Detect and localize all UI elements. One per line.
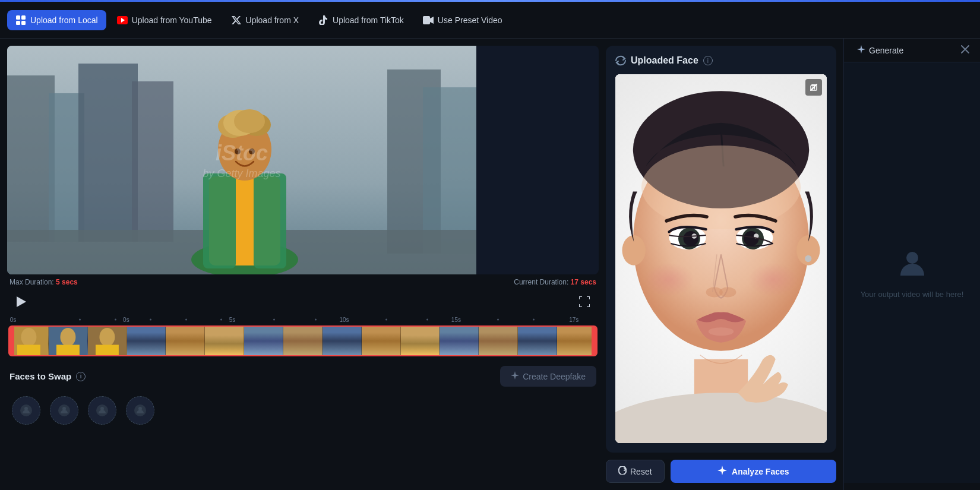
- use-preset-button[interactable]: Use Preset Video: [415, 10, 511, 30]
- svg-rect-37: [96, 344, 119, 355]
- action-buttons-row: Reset Analyze Faces: [606, 460, 836, 483]
- reset-icon: [618, 466, 627, 476]
- upload-tiktok-label: Upload from TikTok: [333, 15, 404, 25]
- svg-rect-3: [21, 21, 26, 25]
- marker-0s-left: 0s: [10, 317, 17, 323]
- marker-17s: 17s: [569, 317, 578, 323]
- duration-row: Max Duration: 5 secs Current Duration: 1…: [7, 274, 599, 290]
- svg-point-30: [21, 328, 36, 346]
- svg-point-25: [234, 109, 265, 133]
- output-placeholder-icon: [894, 247, 930, 283]
- svg-rect-0: [16, 15, 20, 20]
- face-dot-3[interactable]: [88, 396, 116, 425]
- svg-point-48: [805, 255, 811, 262]
- timeline-handle-left[interactable]: [10, 327, 14, 355]
- fullscreen-button[interactable]: [575, 292, 594, 311]
- current-duration: Current Duration: 17 secs: [514, 278, 596, 286]
- analyze-faces-button[interactable]: Analyze Faces: [671, 460, 836, 483]
- faces-swap-header: Faces to Swap i Create Deepfake: [10, 366, 596, 387]
- svg-marker-7: [430, 17, 434, 24]
- x-icon: [231, 15, 242, 26]
- timeline-strip[interactable]: [8, 325, 598, 356]
- deepfake-sparkle-icon: [511, 371, 519, 381]
- controls-row: [7, 290, 599, 314]
- timeline-frame: [283, 327, 323, 355]
- youtube-icon: [117, 15, 128, 26]
- svg-point-71: [906, 252, 918, 264]
- video-icon: [423, 15, 434, 26]
- upload-local-button[interactable]: Upload from Local: [7, 10, 106, 30]
- uploaded-face-card: Uploaded Face i: [606, 46, 836, 453]
- right-panel-top: Generate: [844, 39, 980, 62]
- svg-rect-9: [7, 75, 55, 242]
- generate-button[interactable]: Generate: [852, 43, 908, 58]
- uploaded-face-info-icon[interactable]: i: [703, 56, 713, 65]
- timeline-frame: [49, 327, 88, 355]
- timeline-frame: [166, 327, 205, 355]
- svg-rect-2: [16, 21, 20, 25]
- video-display: iStoc by Getty Images: [7, 46, 476, 274]
- marker-0s-right: 0s: [123, 317, 129, 323]
- face-dot-1[interactable]: [12, 396, 40, 425]
- reset-label: Reset: [630, 467, 652, 476]
- face-dot-2[interactable]: [50, 396, 78, 425]
- marker-15s: 15s: [451, 317, 461, 323]
- svg-point-60: [719, 287, 736, 297]
- output-placeholder-text: Your output video will be here!: [861, 290, 964, 299]
- upload-youtube-button[interactable]: Upload from YouTube: [109, 10, 220, 30]
- svg-point-62: [748, 263, 798, 296]
- svg-rect-34: [56, 344, 80, 355]
- uploaded-face-title: Uploaded Face: [631, 55, 698, 66]
- video-scene-svg: [7, 46, 476, 274]
- close-panel-button[interactable]: [959, 43, 972, 58]
- grid-icon: [15, 15, 26, 26]
- right-panel: Generate Your output video will be here!: [843, 39, 980, 490]
- timeline-frame: [205, 327, 244, 355]
- svg-point-53: [683, 231, 698, 246]
- upload-x-label: Upload from X: [246, 15, 299, 25]
- upload-tiktok-button[interactable]: Upload from TikTok: [309, 10, 412, 30]
- generate-label: Generate: [869, 46, 903, 55]
- main-layout: iStoc by Getty Images Max Duration: 5 se…: [0, 39, 980, 490]
- face-dot-inner-4: [134, 404, 146, 416]
- face-portrait-svg: [615, 74, 827, 443]
- timeline-frame: [127, 327, 166, 355]
- svg-rect-12: [132, 81, 173, 242]
- svg-point-33: [60, 328, 75, 346]
- current-duration-value: 17 secs: [571, 278, 596, 286]
- timeline-frame: [401, 327, 440, 355]
- svg-rect-31: [17, 344, 40, 355]
- generate-sparkle-icon: [857, 45, 865, 55]
- upload-x-button[interactable]: Upload from X: [223, 10, 307, 30]
- create-deepfake-label: Create Deepfake: [523, 372, 586, 381]
- face-dot-inner-1: [20, 404, 32, 416]
- left-panel: iStoc by Getty Images Max Duration: 5 se…: [0, 39, 606, 490]
- timeline-frame: [362, 327, 401, 355]
- video-background: iStoc by Getty Images: [7, 46, 476, 274]
- timeline-frame: [244, 327, 283, 355]
- timeline-area: 0s 0s 5s 10s 15s 17s: [7, 314, 599, 356]
- timeline-markers: 0s 0s 5s 10s 15s 17s: [8, 314, 598, 325]
- svg-point-26: [235, 148, 241, 154]
- timeline-frame: [440, 327, 479, 355]
- timeline-frame: [479, 327, 518, 355]
- svg-point-27: [249, 148, 255, 154]
- face-dot-inner-3: [96, 404, 108, 416]
- face-dot-4[interactable]: [126, 396, 154, 425]
- faces-swap-section: Faces to Swap i Create Deepfake: [7, 356, 599, 490]
- video-container[interactable]: iStoc by Getty Images: [7, 46, 599, 274]
- refresh-icon: [615, 55, 626, 66]
- play-button[interactable]: [12, 292, 31, 311]
- svg-point-50: [641, 146, 801, 229]
- uploaded-face-header: Uploaded Face i: [615, 55, 827, 66]
- timeline-frame: [10, 327, 49, 355]
- analyze-icon: [717, 466, 727, 477]
- faces-swap-info-icon[interactable]: i: [76, 372, 86, 381]
- timeline-handle-right[interactable]: [592, 327, 596, 355]
- svg-point-61: [644, 263, 694, 296]
- face-dots-row: [10, 396, 596, 425]
- svg-rect-18: [203, 173, 236, 268]
- reset-button[interactable]: Reset: [606, 460, 665, 483]
- create-deepfake-button[interactable]: Create Deepfake: [500, 366, 596, 387]
- face-delete-button[interactable]: [805, 79, 822, 96]
